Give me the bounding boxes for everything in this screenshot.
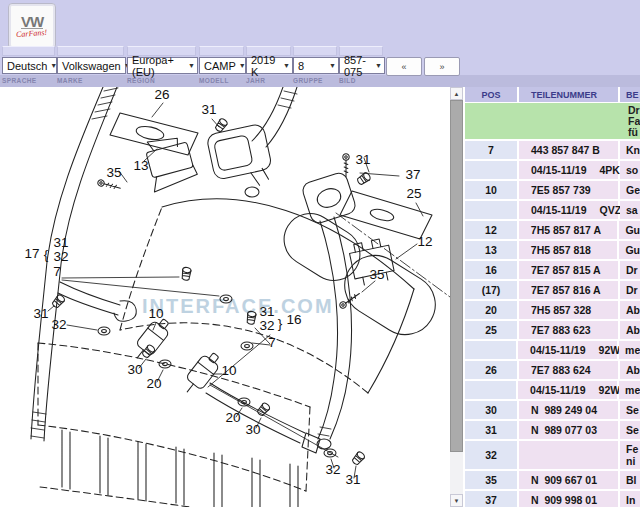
table-row[interactable]: 107E5 857 739Ge bbox=[465, 181, 640, 199]
cell-part-number: N 909 998 01 bbox=[519, 491, 618, 507]
cell-part-number: 04/15-11/1992W bbox=[518, 341, 617, 359]
filter-select-bild[interactable]: 857-075▼ bbox=[339, 57, 385, 74]
table-row[interactable]: 167E7 857 815 ADr bbox=[465, 261, 640, 279]
cell-pos: 20 bbox=[465, 301, 517, 319]
belt-tongue-centre bbox=[245, 187, 259, 197]
table-row[interactable]: 04/15-11/1992Wme bbox=[465, 341, 640, 359]
table-row[interactable]: (17)7E7 857 816 ADr bbox=[465, 281, 640, 299]
belt-buckle-left bbox=[129, 315, 174, 364]
callout-label-10[interactable]: 10 bbox=[221, 363, 236, 378]
table-row[interactable]: 37N 909 998 01In bbox=[465, 491, 640, 507]
callout-label-7[interactable]: 7 bbox=[53, 264, 61, 279]
callout-label-13[interactable]: 13 bbox=[133, 158, 148, 173]
filter-input-modell[interactable] bbox=[199, 46, 244, 56]
callout-label-17[interactable]: 17 bbox=[24, 246, 39, 261]
description-text: Fe bbox=[626, 443, 640, 455]
callout-label-35[interactable]: 35 bbox=[369, 267, 384, 282]
part-number: 7E7 857 816 A bbox=[531, 284, 601, 296]
table-row[interactable]: 32Feni bbox=[465, 441, 640, 469]
filter-input-marke[interactable] bbox=[57, 46, 124, 56]
callout-label-30[interactable]: 30 bbox=[245, 422, 260, 437]
cell-pos: 10 bbox=[465, 181, 517, 199]
cell-description: Se bbox=[620, 401, 640, 419]
chevron-down-icon: ▼ bbox=[329, 62, 336, 69]
callout-label-20[interactable]: 20 bbox=[225, 410, 240, 425]
cell-pos: 25 bbox=[465, 321, 517, 339]
table-row[interactable]: 137H5 857 818Gu bbox=[465, 241, 640, 259]
scroll-down-button[interactable]: ▼ bbox=[450, 494, 463, 507]
cell-description: me bbox=[619, 381, 640, 399]
table-row[interactable]: 04/15-11/19QVZsa bbox=[465, 201, 640, 219]
filter-input-gruppe[interactable] bbox=[293, 46, 337, 56]
table-row[interactable]: 267E7 883 624Ab bbox=[465, 361, 640, 379]
cell-part-number: 7H5 857 817 A bbox=[519, 221, 618, 239]
part-number: 7E7 883 624 bbox=[531, 364, 591, 376]
table-row[interactable]: 04/15-11/1992Wme bbox=[465, 381, 640, 399]
callout-label-30[interactable]: 30 bbox=[127, 362, 142, 377]
filter-select-region[interactable]: Europa+ (EU)▼ bbox=[127, 57, 198, 74]
callout-label-31[interactable]: 31 bbox=[355, 152, 370, 167]
cell-pos bbox=[465, 341, 516, 359]
scrollbar-thumb[interactable] bbox=[450, 100, 463, 452]
cell-description: so bbox=[620, 161, 640, 179]
belt-webbing-right bbox=[317, 217, 352, 449]
callout-label-32[interactable]: 32 bbox=[259, 318, 274, 333]
table-row[interactable]: 7443 857 847 BKn bbox=[465, 141, 640, 159]
column-header-part: TEILENUMMER bbox=[519, 87, 618, 102]
bolt-31-bottom-right bbox=[351, 451, 366, 466]
filter-select-gruppe[interactable]: 8▼ bbox=[293, 57, 339, 74]
filter-select-modell[interactable]: CAMP▼ bbox=[199, 57, 246, 74]
part-number: N 989 077 03 bbox=[531, 424, 597, 436]
table-scrollbar[interactable]: ▲ ▼ bbox=[450, 87, 463, 507]
callout-label-31[interactable]: 31 bbox=[345, 472, 360, 487]
filter-input-sprache[interactable] bbox=[2, 46, 55, 56]
cell-part-number: N 989 077 03 bbox=[519, 421, 618, 439]
cell-pos: (17) bbox=[465, 281, 517, 299]
color-code: 92W bbox=[599, 384, 621, 396]
filter-label-region: REGION bbox=[127, 77, 155, 84]
chevron-down-icon: ▼ bbox=[188, 62, 195, 69]
table-row[interactable]: 31N 989 077 03Se bbox=[465, 421, 640, 439]
cell-part-number: 7E7 857 815 A bbox=[519, 261, 618, 279]
callout-label-31[interactable]: 31 bbox=[53, 235, 68, 250]
callout-label-20[interactable]: 20 bbox=[146, 376, 161, 391]
filter-select-marke[interactable]: Volkswagen▼ bbox=[57, 57, 126, 74]
filter-value-bild: 857-075 bbox=[344, 54, 372, 78]
callout-label-25[interactable]: 25 bbox=[406, 186, 421, 201]
table-row[interactable]: 127H5 857 817 AGu bbox=[465, 221, 640, 239]
scroll-up-button[interactable]: ▲ bbox=[450, 87, 463, 100]
table-row[interactable]: 30N 989 249 04Se bbox=[465, 401, 640, 419]
filter-value-jahr: 2019 K bbox=[251, 54, 280, 78]
callout-label-32[interactable]: 32 bbox=[325, 462, 340, 477]
callout-label-10[interactable]: 10 bbox=[148, 306, 163, 321]
table-row[interactable]: 207H5 857 328Ab bbox=[465, 301, 640, 319]
previous-image-button[interactable]: « bbox=[386, 57, 422, 76]
callout-label-31[interactable]: 31 bbox=[259, 304, 274, 319]
next-image-button[interactable]: » bbox=[424, 57, 460, 76]
table-row[interactable]: 35N 909 667 01Bl bbox=[465, 471, 640, 489]
callout-label-16[interactable]: 16 bbox=[286, 312, 301, 327]
callout-label-35[interactable]: 35 bbox=[106, 165, 121, 180]
callout-label-12[interactable]: 12 bbox=[417, 234, 432, 249]
callout-label-26[interactable]: 26 bbox=[154, 87, 169, 102]
filter-select-sprache[interactable]: Deutsch▼ bbox=[2, 57, 57, 74]
cell-part-number: 7H5 857 328 bbox=[519, 301, 618, 319]
cell-description: Dr bbox=[620, 281, 640, 299]
callout-label-32[interactable]: 32 bbox=[53, 249, 68, 264]
callout-label-31[interactable]: 31 bbox=[201, 102, 216, 117]
column-header-desc: BE bbox=[620, 87, 640, 102]
belt-guide-cover bbox=[110, 113, 198, 155]
callout-label-31[interactable]: 31 bbox=[33, 306, 48, 321]
table-row[interactable]: 257E7 883 623Ab bbox=[465, 321, 640, 339]
callout-label-37[interactable]: 37 bbox=[405, 167, 420, 182]
filter-select-jahr[interactable]: 2019 K▼ bbox=[246, 57, 293, 74]
cell-description: Ab bbox=[620, 321, 640, 339]
cell-description: In bbox=[620, 491, 640, 507]
cell-pos: 26 bbox=[465, 361, 517, 379]
description-text: me bbox=[625, 384, 640, 396]
callout-label-32[interactable]: 32 bbox=[51, 317, 66, 332]
mounting-bracket-13 bbox=[142, 132, 199, 192]
table-row[interactable]: 04/15-11/194PKso bbox=[465, 161, 640, 179]
callout-label-7[interactable]: 7 bbox=[268, 335, 276, 350]
filter-value-marke: Volkswagen bbox=[62, 60, 121, 72]
